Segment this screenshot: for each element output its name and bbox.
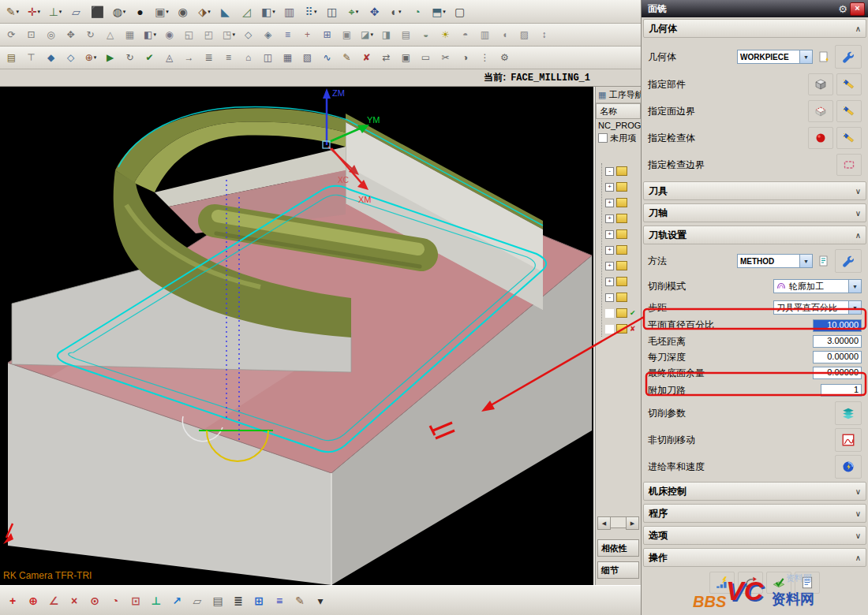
layer-icon[interactable]: ≡: [270, 591, 289, 610]
vector-dialog-icon[interactable]: ↗: [167, 591, 186, 610]
generate-toolpath-button[interactable]: [709, 572, 735, 594]
csys-dialog-icon[interactable]: ⊥: [147, 591, 166, 610]
cutting-parameters-button[interactable]: [835, 401, 862, 425]
create-program-icon[interactable]: ▤: [2, 48, 21, 67]
grid-snap-icon[interactable]: ⊞: [249, 591, 268, 610]
highlight-face-boundary-button[interactable]: [836, 100, 862, 122]
analysis-icon[interactable]: ◔: [407, 2, 428, 22]
wireframe-icon[interactable]: ▦: [121, 25, 140, 44]
tree-expander-icon[interactable]: [605, 325, 614, 334]
section-tool-axis-header[interactable]: 刀轴 ∨: [643, 203, 866, 222]
perspective-icon[interactable]: △: [101, 25, 120, 44]
section-geometry-header[interactable]: 几何体 ∧: [643, 19, 866, 38]
pattern-feature-icon[interactable]: ⠿▾: [301, 2, 321, 22]
unite-boolean-icon[interactable]: ⬗▾: [194, 2, 215, 22]
section-actions-header[interactable]: 操作 ∧: [643, 548, 866, 567]
tree-expander-icon[interactable]: +: [605, 214, 614, 223]
tree-expander-icon[interactable]: +: [605, 278, 614, 286]
top-view-icon[interactable]: ◰: [200, 25, 219, 44]
program-view-icon[interactable]: ▦: [279, 48, 297, 67]
tree-expander-icon[interactable]: [605, 309, 614, 318]
dependencies-panel-bar[interactable]: 相依性: [597, 539, 639, 557]
navigator-title[interactable]: ▦ 工序导航: [596, 87, 641, 103]
mirror-feature-icon[interactable]: ◫: [322, 2, 342, 22]
navigator-tree-row[interactable]: +: [605, 195, 641, 211]
light-icon[interactable]: ☀: [436, 25, 455, 44]
delete-path-icon[interactable]: ✘: [357, 48, 376, 67]
preferences-icon[interactable]: ⚙: [496, 48, 514, 67]
rotate-view-icon[interactable]: ↻: [81, 25, 100, 44]
background-icon[interactable]: ▤: [397, 25, 416, 44]
highlight-check-body-button[interactable]: [836, 127, 862, 149]
edit-method-button[interactable]: [835, 249, 862, 273]
create-geometry-icon[interactable]: ◆: [42, 48, 61, 67]
material-icon[interactable]: ◒: [417, 25, 436, 44]
display-path-icon[interactable]: ∿: [318, 48, 337, 67]
sheet-icon[interactable]: ▤: [208, 591, 227, 610]
navigator-tree-row[interactable]: +: [605, 179, 641, 195]
pen-icon[interactable]: ✎: [290, 591, 309, 610]
window-icon[interactable]: ▢: [450, 2, 470, 22]
point-dialog-icon[interactable]: +: [3, 591, 22, 610]
final-floor-stock-input[interactable]: 0.00000: [813, 367, 862, 379]
navigator-hscrollbar[interactable]: ◀ ▶: [597, 516, 639, 528]
generate-toolpath-icon[interactable]: ▶: [101, 48, 120, 67]
details-panel-bar[interactable]: 细节: [597, 561, 639, 579]
object-display-icon[interactable]: ◑: [456, 48, 475, 67]
tree-expander-icon[interactable]: +: [605, 246, 614, 255]
snapshot-icon[interactable]: ▣: [338, 25, 357, 44]
transform-icon[interactable]: ⇄: [377, 48, 396, 67]
percent-flat-diameter-input[interactable]: 10.0000: [813, 319, 862, 332]
navigator-tree-row[interactable]: +: [605, 258, 641, 274]
batch-icon[interactable]: ⋮: [476, 48, 495, 67]
extrude-icon[interactable]: ⬛: [88, 2, 108, 22]
trim-body-icon[interactable]: ◧▾: [258, 2, 279, 22]
hole-icon[interactable]: ◉: [173, 2, 193, 22]
scroll-right-button[interactable]: ▶: [626, 516, 639, 530]
verify-toolpath-icon[interactable]: ✔: [140, 48, 159, 67]
navigator-root-node[interactable]: NC_PROG: [596, 119, 641, 132]
measure-distance-icon[interactable]: ⌖▾: [343, 2, 364, 22]
annotation-icon[interactable]: ≣: [229, 591, 248, 610]
section-tool-header[interactable]: 刀具 ∨: [643, 181, 866, 200]
navigator-tree-row[interactable]: ✔: [605, 305, 641, 321]
navigator-tree-row[interactable]: +: [605, 274, 641, 289]
navigator-tree-row[interactable]: ✘: [605, 321, 641, 337]
fullscreen-icon[interactable]: ↕: [535, 25, 554, 44]
silhouette-icon[interactable]: ◖: [496, 25, 514, 44]
shell-icon[interactable]: ▥: [279, 2, 300, 22]
blank-distance-input[interactable]: 3.00000: [813, 335, 862, 348]
revolve-icon[interactable]: ◍▾: [109, 2, 129, 22]
clip-icon[interactable]: ◨: [377, 25, 396, 44]
right-view-icon[interactable]: ◳▾: [219, 25, 238, 44]
create-tool-icon[interactable]: ⊤: [22, 48, 41, 67]
more-tools-icon[interactable]: ▾: [311, 591, 330, 610]
navigator-name-column-header[interactable]: 名称: [596, 103, 641, 119]
section-view-icon[interactable]: ◪▾: [357, 25, 376, 44]
cut-icon[interactable]: ✂: [436, 48, 455, 67]
layer-settings-icon[interactable]: ≡: [279, 25, 297, 44]
graphics-viewport[interactable]: ZM YM XC XM RK Camera TFR-TRI: [0, 87, 593, 585]
edges-icon[interactable]: ▥: [476, 25, 495, 44]
dialog-options-gear-icon[interactable]: ⚙: [836, 3, 850, 15]
method-select[interactable]: METHOD ▼: [737, 254, 813, 268]
post-process-icon[interactable]: →: [180, 48, 199, 67]
non-cutting-moves-button[interactable]: [835, 428, 862, 452]
navigator-tree-row[interactable]: -: [605, 163, 641, 179]
replay-toolpath-icon[interactable]: ↻: [121, 48, 140, 67]
view-orientation-icon[interactable]: ⬒▾: [428, 2, 449, 22]
tree-expander-icon[interactable]: +: [605, 183, 614, 192]
select-face-boundary-button[interactable]: [808, 100, 833, 122]
edit-path-icon[interactable]: ✎: [338, 48, 357, 67]
navigator-tree-row[interactable]: -: [605, 289, 641, 305]
arc-center-icon[interactable]: ⊙: [85, 591, 104, 610]
isometric-view-icon[interactable]: ◇: [239, 25, 258, 44]
geometry-view-icon[interactable]: ◫: [259, 48, 278, 67]
front-view-icon[interactable]: ◱: [180, 25, 199, 44]
select-check-body-button[interactable]: [808, 127, 833, 149]
end-point-icon[interactable]: ∠: [44, 591, 63, 610]
list-toolpath-icon[interactable]: ≡: [219, 48, 238, 67]
dialog-title-bar[interactable]: 面铣 ⚙ ×: [642, 0, 868, 17]
shop-doc-icon[interactable]: ≣: [200, 48, 219, 67]
select-check-boundary-button[interactable]: [836, 154, 862, 176]
